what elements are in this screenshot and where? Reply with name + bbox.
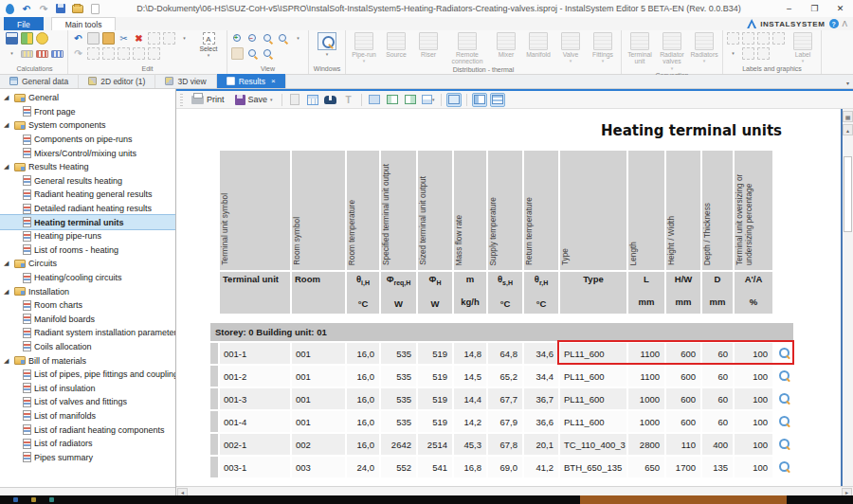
- cols-button[interactable]: [756, 31, 771, 45]
- file-tab[interactable]: File: [4, 17, 44, 30]
- drop-button[interactable]: ▾: [5, 46, 19, 61]
- new-file-button[interactable]: [88, 2, 101, 15]
- windows-taskbar[interactable]: [0, 495, 853, 504]
- tree-item-coils-allocation[interactable]: Coils allocation: [0, 340, 175, 354]
- window-find-button[interactable]: ▾: [312, 31, 342, 57]
- zoom-in-button[interactable]: [230, 31, 245, 45]
- minimize-button[interactable]: –: [776, 1, 802, 16]
- layout-horizontal-button[interactable]: ▾: [421, 93, 436, 107]
- paste-button[interactable]: [101, 31, 116, 45]
- calc-green-button[interactable]: [20, 31, 34, 45]
- tree-item-heating-terminal-units[interactable]: Heating terminal units: [0, 215, 175, 229]
- layout-single-button[interactable]: [367, 93, 382, 107]
- expand-icon[interactable]: ◢: [4, 357, 11, 365]
- close-tab-icon[interactable]: ×: [271, 77, 276, 85]
- collapse-ribbon-icon[interactable]: ᐱ: [843, 20, 847, 28]
- hand-button[interactable]: [230, 46, 245, 61]
- frame-button[interactable]: [147, 31, 161, 45]
- tree-item-installation[interactable]: ◢Installation: [0, 284, 175, 298]
- save-quick-button[interactable]: [54, 2, 67, 15]
- magnifier-icon[interactable]: [778, 347, 790, 359]
- expand-icon[interactable]: ◢: [4, 288, 11, 296]
- tree-item-list-of-radiators[interactable]: List of radiators: [0, 437, 175, 451]
- expand-icon[interactable]: ◢: [4, 94, 11, 101]
- show-list-toggle[interactable]: [490, 93, 505, 107]
- radiators-button[interactable]: Radiators▾: [689, 31, 719, 63]
- down-button[interactable]: [117, 46, 131, 61]
- scrollbar-options-icon[interactable]: ▦: [843, 111, 853, 122]
- tree-item-list-of-insulation[interactable]: List of insulation: [0, 381, 175, 395]
- remote-connection-button[interactable]: Remote connection: [445, 31, 489, 65]
- blank-button[interactable]: [741, 31, 755, 45]
- redo-button[interactable]: ↷: [71, 46, 85, 61]
- drop-button[interactable]: ▾: [177, 31, 191, 45]
- table-settings-button[interactable]: [305, 93, 320, 107]
- maximize-button[interactable]: ❐: [802, 1, 827, 16]
- radiator-valves-button[interactable]: Radiator valves▾: [657, 31, 687, 71]
- vertical-scrollbar[interactable]: ▦ ▴: [841, 109, 853, 486]
- label-button[interactable]: Label▾: [788, 31, 818, 63]
- calc-gear-button[interactable]: [35, 31, 49, 45]
- layout-split-right-button[interactable]: [403, 93, 418, 107]
- close-button[interactable]: ✕: [827, 1, 853, 16]
- main-tools-tab[interactable]: Main tools: [51, 17, 117, 30]
- tab-2d-editor-1[interactable]: 2D editor (1): [79, 74, 155, 88]
- tree-item-list-of-pipes-pipe-fittings-and-couplings[interactable]: List of pipes, pipe fittings and couplin…: [0, 368, 175, 382]
- redo-button[interactable]: ↷: [37, 2, 50, 15]
- up-button[interactable]: [741, 46, 755, 61]
- tree-item-front-page[interactable]: Front page: [0, 105, 175, 119]
- mirror-button[interactable]: [132, 46, 146, 61]
- magnifier-icon[interactable]: [778, 415, 790, 427]
- taskbar-active-app[interactable]: [580, 495, 787, 504]
- tree-item-pipes-summary[interactable]: Pipes summary: [0, 450, 175, 464]
- drop-button[interactable]: ▾: [291, 31, 305, 45]
- tree-item-manifold-boards[interactable]: Manifold boards: [0, 313, 175, 327]
- show-panel-toggle[interactable]: [472, 93, 487, 107]
- help-icon[interactable]: ?: [829, 19, 839, 28]
- fit-width-toggle[interactable]: [446, 93, 462, 107]
- blank-button[interactable]: [162, 31, 176, 45]
- manifold-button[interactable]: Manifold: [523, 31, 554, 58]
- cut-button[interactable]: ✂: [117, 31, 131, 45]
- terminal-unit-button[interactable]: Terminal unit: [625, 31, 655, 65]
- copy-button[interactable]: [86, 31, 100, 45]
- copy-report-button[interactable]: [287, 93, 302, 107]
- save-report-button[interactable]: Save ▾: [231, 94, 277, 106]
- delete-button[interactable]: ✖: [132, 31, 146, 45]
- tab-list-dropdown-icon[interactable]: ▾: [846, 80, 849, 86]
- tree-item-circuits[interactable]: ◢Circuits: [0, 257, 175, 271]
- pipe-run-button[interactable]: Pipe-run▾: [349, 31, 379, 63]
- expand-icon[interactable]: ◢: [4, 121, 11, 129]
- font-button[interactable]: T: [341, 93, 356, 107]
- magnifier-icon[interactable]: [778, 392, 790, 405]
- pins-gray-button[interactable]: [20, 46, 34, 61]
- tab-3d-view[interactable]: 3D view: [155, 74, 216, 88]
- zoom-area-button[interactable]: [261, 31, 275, 45]
- tree-item-radiant-system-installation-parameters[interactable]: Radiant system installation parameters: [0, 326, 175, 340]
- save-dropdown-icon[interactable]: ▾: [270, 97, 273, 102]
- cols-button[interactable]: [86, 46, 100, 61]
- taskbar-app-icon[interactable]: [31, 497, 36, 502]
- taskbar-app-icon[interactable]: [49, 497, 54, 502]
- tree-item-list-of-radiant-heating-components[interactable]: List of radiant heating components: [0, 423, 175, 437]
- print-button[interactable]: Print: [188, 94, 228, 105]
- pins-red-button[interactable]: [35, 46, 49, 61]
- tab-general-data[interactable]: General data: [0, 74, 79, 88]
- toolbar-grip[interactable]: [180, 94, 183, 106]
- select-button[interactable]: ASelect▾: [193, 31, 224, 58]
- tree-item-room-charts[interactable]: Room charts: [0, 298, 175, 313]
- tree-item-mixers-control-mixing-units[interactable]: Mixers/Control/mixing units: [0, 146, 175, 160]
- tree-item-radiant-heating-general-results[interactable]: Radiant heating general results: [0, 188, 175, 202]
- undo-button[interactable]: ↶: [20, 2, 33, 15]
- rotate-button[interactable]: [147, 46, 161, 61]
- tree-item-components-on-pipe-runs[interactable]: Components on pipe-runs: [0, 133, 175, 147]
- valve-button[interactable]: Valve▾: [555, 31, 586, 63]
- mixer-button[interactable]: Mixer: [491, 31, 521, 58]
- calc-blue-button[interactable]: [5, 31, 19, 45]
- tree-item-heating-pipe-runs[interactable]: Heating pipe-runs: [0, 229, 175, 243]
- magnifier-icon[interactable]: [778, 369, 790, 382]
- scrollbar-thumb[interactable]: [844, 156, 852, 232]
- layout-split-left-button[interactable]: [385, 93, 400, 107]
- tree-item-system-components[interactable]: ◢System components: [0, 118, 175, 133]
- tree-item-list-of-manifolds[interactable]: List of manifolds: [0, 409, 175, 423]
